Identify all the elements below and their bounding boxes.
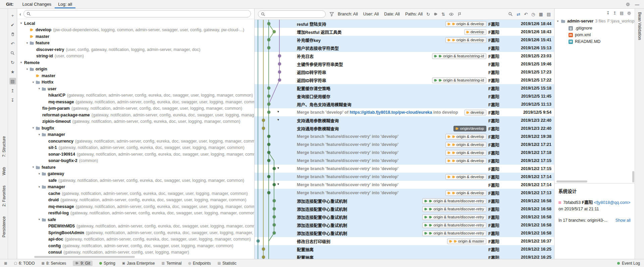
commit-icon[interactable]: ✔ <box>9 21 16 28</box>
expand-arrow-icon[interactable] <box>43 231 48 234</box>
branch-tree-item[interactable]: PBEWithMD5(gateway, notification, admin-… <box>17 223 254 230</box>
refresh-icon[interactable]: ↻ <box>426 12 430 17</box>
log-search-field[interactable] <box>258 10 326 18</box>
commit-row[interactable]: 增加Restful 返回工具类developF嘉阳2019/12/6 18:43 <box>255 28 554 36</box>
branch-tree-item[interactable]: fix-jvm-param(gateway, notification, adm… <box>17 105 254 112</box>
expand-arrow-icon[interactable] <box>31 55 36 58</box>
expand-arrow-icon[interactable]: ▼ <box>37 185 42 189</box>
expand-arrow-icon[interactable] <box>43 205 48 208</box>
commit-row[interactable]: Merge branch 'feature/discover-retry' in… <box>255 132 554 141</box>
commit-row[interactable]: 查询接口使用缓存F嘉阳2019/12/5 11:45 <box>255 92 554 100</box>
commit-row[interactable]: ▾Merge branch 'develop' of https://gitla… <box>255 108 554 116</box>
expand-arrow-icon[interactable] <box>25 35 30 38</box>
user-filter[interactable]: User: All <box>363 12 379 16</box>
sort-icon[interactable]: ⇅ <box>441 12 445 17</box>
filter-funnel-icon[interactable] <box>329 12 334 16</box>
branch-tree-item[interactable]: hikariCP(gateway, notification, admin-se… <box>17 92 254 99</box>
commit-message-link[interactable]: https://gitlab.fjy8018.top/pw-cloud/eure… <box>350 110 432 115</box>
expand-arrow-icon[interactable]: ▼ <box>37 218 42 221</box>
branch-tree-item[interactable]: api-doc(gateway, notification, admin-ser… <box>17 236 254 243</box>
tool-stripe-label[interactable]: Bean Validation <box>637 12 642 40</box>
branch-label[interactable]: develop <box>464 110 486 115</box>
commit-row[interactable]: Merge branch 'feature/discover-retry' in… <box>255 173 554 181</box>
tool-stripe-label[interactable]: Web <box>2 167 6 175</box>
branch-filter[interactable]: Branch: All <box>338 12 358 16</box>
tool-stripe-label[interactable]: 2: Favorites <box>2 185 6 207</box>
branch-label[interactable]: origin & develop <box>445 150 486 156</box>
flag-icon[interactable] <box>458 12 462 16</box>
branch-tree-item[interactable]: sit-1(gateway, notification, admin-serve… <box>17 145 254 151</box>
expand-arrow-icon[interactable] <box>43 179 48 182</box>
branch-label[interactable]: origin & develop <box>445 174 486 180</box>
expand-arrow-icon[interactable] <box>43 146 48 149</box>
go-to-hash-icon[interactable]: ⇄ <box>517 12 520 17</box>
expand-arrow-icon[interactable] <box>43 100 48 103</box>
statusbar-item-9-git[interactable]: 9: Git <box>73 261 93 266</box>
delete-icon[interactable] <box>9 31 16 38</box>
branch-label[interactable]: origin & develop <box>445 142 486 148</box>
commit-row[interactable]: Merge branch 'feature/discover-retry' in… <box>255 149 554 157</box>
branch-tree-item[interactable]: zipkin-timeout(gateway, notification, ad… <box>17 118 254 125</box>
branch-tree-item[interactable]: druid(gateway, notification, admin-serve… <box>17 197 254 204</box>
commit-row[interactable]: Merge branch 'feature/discover-retry' in… <box>255 189 554 197</box>
branch-label[interactable]: origin & feature/discover-retry <box>422 222 486 228</box>
expand-arrow-icon[interactable] <box>43 192 48 195</box>
commit-row[interactable]: 修改日志打印级别origin & masterF嘉阳2019/12/2 16:3… <box>255 237 554 245</box>
statusbar-item-spring[interactable]: Spring <box>99 261 115 266</box>
grid-view-icon[interactable]: ▦ <box>539 12 543 17</box>
expand-arrow-icon[interactable]: ▼ <box>31 81 36 84</box>
branch-label[interactable]: origin & feature/discover-retry <box>422 230 486 236</box>
commit-row[interactable]: 补充日志origin & feature/string-idF嘉阳2019/12… <box>255 52 554 60</box>
expand-arrow-icon[interactable] <box>43 94 48 97</box>
expand-arrow-icon[interactable] <box>25 29 30 32</box>
expand-arrow-icon[interactable] <box>43 159 48 162</box>
branch-tree-item[interactable]: SpringBootAdmin(gateway, notification, a… <box>17 229 254 236</box>
commit-row[interactable]: 支持通用参数模糊查询origin/developF嘉阳2019/12/3 22:… <box>255 124 554 132</box>
branch-label[interactable]: origin & feature/string-id <box>432 77 486 83</box>
expand-arrow-icon[interactable] <box>43 238 48 241</box>
branch-label[interactable]: origin & feature/discover-retry <box>422 206 486 212</box>
expand-all-icon[interactable]: ↧ <box>606 11 610 15</box>
list-view-icon[interactable]: ▤ <box>547 12 551 17</box>
search-everywhere-icon[interactable] <box>508 12 513 16</box>
branch-tree-item[interactable]: ▼Remote <box>17 59 254 66</box>
branch-icon[interactable] <box>434 12 438 16</box>
plus-icon[interactable]: + <box>9 12 16 19</box>
tool-stripe-label[interactable]: 7: Structure <box>2 136 6 157</box>
commit-author-email-link[interactable]: <fjy8018@qq.com> <box>594 200 631 205</box>
branch-tree-item[interactable]: ▼origin <box>17 66 254 73</box>
changed-file-row[interactable]: MREADME.MD <box>554 38 635 45</box>
changed-files-root[interactable]: ▼ admin-server 3 files F:\java_worksp... <box>554 17 635 25</box>
panel-icon[interactable]: ▤ <box>9 78 16 85</box>
branch-tree-item[interactable]: ▼manager <box>17 131 254 138</box>
commit-row[interactable]: 用户状态接收字符类型F嘉阳2019/12/6 15:13 <box>255 44 554 52</box>
commit-row[interactable]: ▾Merge branch 'feature/discover-retry' i… <box>255 181 554 189</box>
group-by-icon[interactable]: ▤ <box>620 11 624 15</box>
commit-row[interactable]: ▾支持通用参数模糊查询F嘉阳2019/12/3 22:40 <box>255 116 554 124</box>
expand-arrow-icon[interactable] <box>37 120 42 123</box>
expand-arrow-icon[interactable] <box>43 225 48 228</box>
branch-tree-item[interactable]: sonar-190914(gateway, notification, admi… <box>17 151 254 158</box>
history-clock-icon[interactable]: ◷ <box>531 12 535 17</box>
branch-tree-item[interactable]: restful-log(gateway, notification, admin… <box>17 210 254 217</box>
branch-tree-item[interactable]: mq-message(gateway, notification, admin-… <box>17 99 254 105</box>
branch-tree-item[interactable]: mq-message(gateway, notification, admin-… <box>17 203 254 210</box>
tool-stripe-label[interactable]: Persistence <box>2 216 6 237</box>
branch-tree-item[interactable]: ▼Hotfix <box>17 79 254 86</box>
expand-arrow-icon[interactable]: ▼ <box>25 68 30 71</box>
back-icon[interactable]: ‹ <box>19 11 21 17</box>
commit-row[interactable]: 配置抽离F嘉阳2019/12/2 16:25 <box>255 253 554 259</box>
branch-tree-item[interactable]: ▼Local <box>17 20 254 27</box>
branch-tree-item[interactable]: safe(gateway, notification, admin-server… <box>17 177 254 184</box>
branch-tree-item[interactable]: config(gateway, notification, admin-serv… <box>17 243 254 249</box>
branch-label[interactable]: origin & develop <box>445 21 486 27</box>
details-hscrollbar[interactable] <box>556 180 587 182</box>
branch-label[interactable]: origin & develop <box>445 37 486 43</box>
expand-arrow-icon[interactable]: ▼ <box>19 61 23 64</box>
branches-hscrollbar[interactable] <box>34 256 135 258</box>
branch-label[interactable]: origin & develop <box>445 190 486 196</box>
commit-row[interactable]: 配置缓存清空策略F嘉阳2019/12/5 15:18 <box>255 84 554 92</box>
branch-tree-item[interactable]: ▼gateway <box>17 171 254 177</box>
branch-label[interactable]: origin & feature/discover-retry <box>422 198 486 204</box>
branch-tree-item[interactable]: master <box>17 33 254 40</box>
